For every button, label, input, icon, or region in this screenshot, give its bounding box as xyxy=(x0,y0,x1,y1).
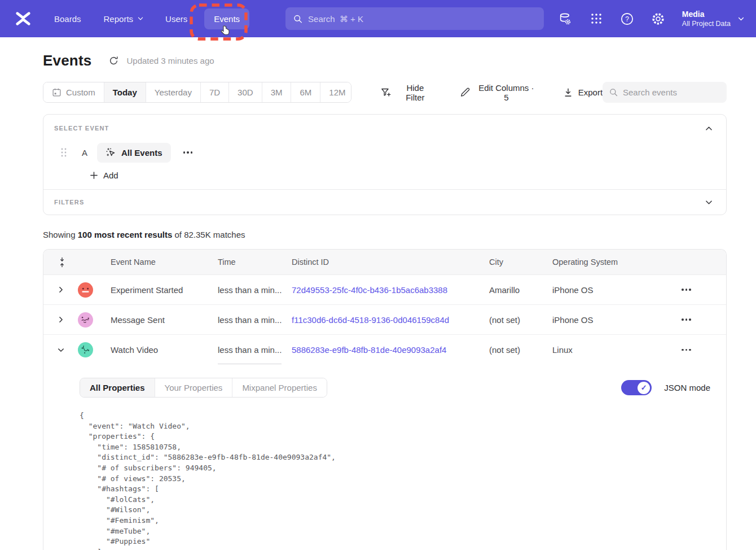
distinct-id-link[interactable]: 5886283e-e9fb-48fb-81de-40e9093a2af4 xyxy=(292,345,446,355)
settings-button[interactable] xyxy=(651,11,666,26)
tab-mixpanel-properties[interactable]: Mixpanel Properties xyxy=(232,378,327,397)
calendar-icon xyxy=(52,88,61,97)
grid-icon xyxy=(590,12,603,25)
column-header-time[interactable]: Time xyxy=(218,257,292,267)
column-header-city[interactable]: City xyxy=(489,257,552,267)
sparkle-cursor-icon xyxy=(106,147,116,158)
question-circle-icon: ? xyxy=(620,12,634,26)
chevron-right-icon xyxy=(57,316,65,324)
expand-row-button[interactable] xyxy=(57,284,68,295)
download-icon xyxy=(563,88,573,98)
distinct-id-link[interactable]: 72d49553-25fc-4f0c-b436-1b5ac6ab3388 xyxy=(292,285,447,295)
collapse-row-button[interactable] xyxy=(57,344,68,356)
properties-tabs: All Properties Your Properties Mixpanel … xyxy=(80,378,327,398)
cell-event-name: Experiment Started xyxy=(111,285,218,295)
event-selector-button[interactable]: All Events xyxy=(97,143,171,163)
search-icon xyxy=(609,88,618,97)
range-yesterday[interactable]: Yesterday xyxy=(146,82,200,102)
top-nav: Boards Reports Users Events ? xyxy=(0,0,756,37)
range-30d[interactable]: 30D xyxy=(228,82,262,102)
range-custom[interactable]: Custom xyxy=(43,82,104,102)
chevron-down-icon xyxy=(137,15,144,22)
query-builder-panel: SELECT EVENT A All Events xyxy=(43,114,727,215)
project-scope: All Project Data xyxy=(682,19,731,28)
cell-city: Amarillo xyxy=(489,285,552,295)
add-event-button[interactable]: Add xyxy=(90,171,118,180)
avatar xyxy=(78,342,93,357)
tab-all-properties[interactable]: All Properties xyxy=(80,378,155,397)
select-event-label: SELECT EVENT xyxy=(54,125,109,132)
event-detail-panel: All Properties Your Properties Mixpanel … xyxy=(43,365,726,550)
range-3m[interactable]: 3M xyxy=(262,82,291,102)
avatar xyxy=(78,282,93,298)
events-search-input[interactable] xyxy=(623,88,720,97)
column-header-distinct-id[interactable]: Distinct ID xyxy=(292,257,489,267)
cell-time: less than a min... xyxy=(218,315,292,325)
database-gear-icon xyxy=(558,12,572,26)
cell-event-name: Watch Video xyxy=(111,345,218,355)
range-6m[interactable]: 6M xyxy=(291,82,320,102)
sort-icon[interactable] xyxy=(58,257,66,268)
range-12m[interactable]: 12M xyxy=(320,82,351,102)
table-row[interactable]: Experiment Started less than a min... 72… xyxy=(43,275,726,305)
range-label: Custom xyxy=(66,88,95,97)
range-today[interactable]: Today xyxy=(104,82,146,102)
nav-item-boards[interactable]: Boards xyxy=(54,14,81,24)
expand-filters-button[interactable] xyxy=(705,197,715,207)
data-management-button[interactable] xyxy=(558,11,573,26)
chevron-up-icon xyxy=(705,124,713,133)
drag-handle[interactable] xyxy=(60,147,67,158)
global-search[interactable] xyxy=(285,7,544,30)
table-header-row: Event Name Time Distinct ID City Operati… xyxy=(43,250,726,275)
pencil-icon xyxy=(460,87,471,98)
events-table: Event Name Time Distinct ID City Operati… xyxy=(43,249,727,550)
tab-your-properties[interactable]: Your Properties xyxy=(155,378,232,397)
cursor-icon xyxy=(219,25,232,37)
avatar xyxy=(78,312,93,328)
event-json-content: { "event": "Watch Video", "properties": … xyxy=(80,411,710,550)
row-more-button[interactable] xyxy=(678,285,695,294)
event-row-letter: A xyxy=(82,148,87,158)
help-button[interactable]: ? xyxy=(620,11,635,26)
collapse-select-event-button[interactable] xyxy=(705,123,715,133)
hide-filter-button[interactable]: Hide Filter xyxy=(381,83,434,102)
edit-columns-label: Edit Columns · 5 xyxy=(476,83,537,102)
results-summary: Showing 100 most recent results of 82.35… xyxy=(43,230,727,239)
nav-item-users[interactable]: Users xyxy=(165,14,187,24)
edit-columns-button[interactable]: Edit Columns · 5 xyxy=(460,83,537,102)
column-header-event-name[interactable]: Event Name xyxy=(111,257,218,267)
search-icon xyxy=(293,14,302,24)
cell-os: iPhone OS xyxy=(552,315,669,325)
updated-timestamp: Updated 3 minutes ago xyxy=(126,56,214,66)
json-mode-label: JSON mode xyxy=(664,383,710,392)
project-name: Media xyxy=(682,9,731,19)
plus-icon xyxy=(90,171,98,180)
add-label: Add xyxy=(103,171,118,180)
project-selector[interactable]: Media All Project Data xyxy=(682,9,745,28)
distinct-id-link[interactable]: f11c30d6-dc6d-4518-9136-0d046159c84d xyxy=(292,315,449,325)
table-row[interactable]: Watch Video less than a min... 5886283e-… xyxy=(43,335,726,365)
json-mode-toggle[interactable]: ✓ xyxy=(621,380,652,395)
nav-item-reports[interactable]: Reports xyxy=(104,14,144,24)
toggle-check-icon: ✓ xyxy=(638,382,650,394)
cell-city: (not set) xyxy=(489,315,552,325)
column-header-os[interactable]: Operating System xyxy=(552,257,669,267)
cell-event-name: Message Sent xyxy=(111,315,218,325)
event-row-more-button[interactable] xyxy=(180,148,196,157)
row-more-button[interactable] xyxy=(678,315,695,324)
summary-suffix: of 82.35K matches xyxy=(172,230,245,239)
export-button[interactable]: Export xyxy=(563,88,603,98)
filters-label: FILTERS xyxy=(54,199,84,206)
global-search-input[interactable] xyxy=(308,14,536,24)
summary-count: 100 most recent results xyxy=(78,230,173,239)
row-more-button[interactable] xyxy=(678,346,695,355)
apps-grid-button[interactable] xyxy=(589,11,604,26)
export-label: Export xyxy=(578,88,603,97)
expand-row-button[interactable] xyxy=(57,314,68,325)
cell-os: iPhone OS xyxy=(552,285,669,295)
refresh-button[interactable] xyxy=(108,55,120,67)
mixpanel-logo[interactable] xyxy=(15,10,32,27)
events-search[interactable] xyxy=(603,82,727,103)
range-7d[interactable]: 7D xyxy=(200,82,228,102)
table-row[interactable]: Message Sent less than a min... f11c30d6… xyxy=(43,305,726,335)
